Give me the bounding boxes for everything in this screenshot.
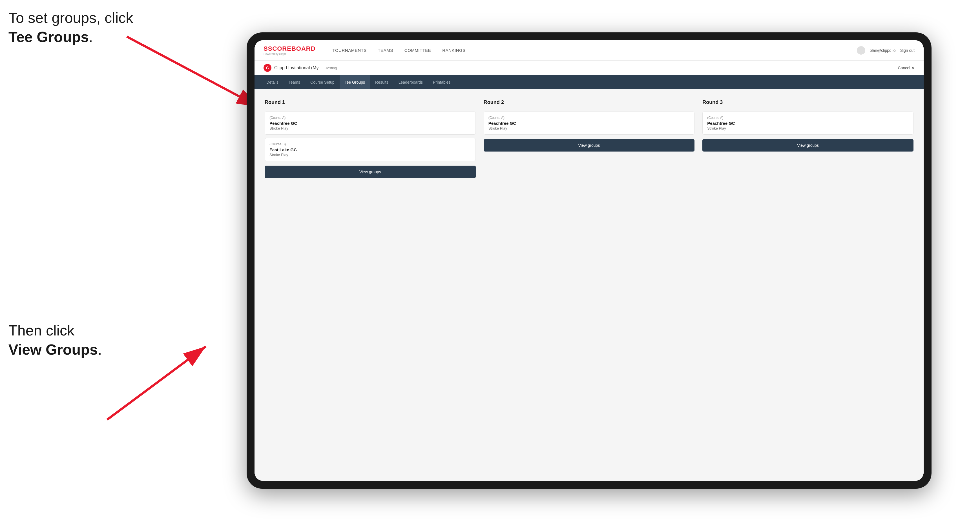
round-1-course-b-card: (Course B) East Lake GC Stroke Play [265, 138, 476, 161]
nav-rankings[interactable]: RANKINGS [437, 46, 471, 55]
user-email: blair@clippd.io [870, 48, 896, 53]
round-3-title: Round 3 [702, 99, 913, 105]
round-1-course-a-label: (Course A) [269, 116, 471, 120]
tab-leaderboards[interactable]: Leaderboards [393, 75, 428, 89]
round-3-course-a-format: Stroke Play [707, 126, 909, 130]
instruction-bottom-line1: Then click [8, 321, 102, 340]
round-2-course-a-name: Peachtree GC [488, 121, 690, 125]
round-2-view-groups-button[interactable]: View groups [484, 139, 695, 152]
round-3-course-a-name: Peachtree GC [707, 121, 909, 125]
tab-bar: Details Teams Course Setup Tee Groups Re… [255, 75, 924, 89]
tab-printables[interactable]: Printables [428, 75, 455, 89]
tablet-device: SSCOREBOARD Powered by clippit TOURNAMEN… [247, 32, 932, 489]
tournament-logo: C [264, 64, 271, 72]
nav-tournaments[interactable]: TOURNAMENTS [327, 46, 372, 55]
round-3-course-a-card: (Course A) Peachtree GC Stroke Play [702, 111, 913, 135]
svg-line-3 [107, 346, 206, 420]
round-3-course-a-label: (Course A) [707, 116, 909, 120]
round-1-course-b-name: East Lake GC [269, 147, 471, 152]
tab-details[interactable]: Details [261, 75, 283, 89]
sign-out-link[interactable]: Sign out [900, 48, 915, 53]
tab-results[interactable]: Results [370, 75, 393, 89]
nav-committee[interactable]: COMMITTEE [399, 46, 437, 55]
top-nav: SSCOREBOARD Powered by clippit TOURNAMEN… [255, 40, 924, 60]
tab-course-setup[interactable]: Course Setup [305, 75, 340, 89]
powered-by: Powered by clippit [264, 52, 316, 56]
nav-right: blair@clippd.io Sign out [857, 46, 915, 55]
round-3-view-groups-button[interactable]: View groups [702, 139, 913, 152]
tournament-name: Clippd Invitational (My... Hosting [274, 65, 898, 70]
cancel-button[interactable]: Cancel ✕ [898, 66, 915, 70]
tab-tee-groups[interactable]: Tee Groups [340, 75, 370, 89]
round-2-title: Round 2 [484, 99, 695, 105]
round-1-column: Round 1 (Course A) Peachtree GC Stroke P… [265, 99, 476, 178]
round-2-course-a-card: (Course A) Peachtree GC Stroke Play [484, 111, 695, 135]
round-2-column: Round 2 (Course A) Peachtree GC Stroke P… [484, 99, 695, 178]
nav-links: TOURNAMENTS TEAMS COMMITTEE RANKINGS [327, 46, 857, 55]
nav-teams[interactable]: TEAMS [372, 46, 399, 55]
round-3-column: Round 3 (Course A) Peachtree GC Stroke P… [702, 99, 913, 178]
round-1-course-a-card: (Course A) Peachtree GC Stroke Play [265, 111, 476, 135]
round-1-course-b-label: (Course B) [269, 142, 471, 146]
tablet-screen: SSCOREBOARD Powered by clippit TOURNAMEN… [255, 40, 924, 481]
round-1-view-groups-button[interactable]: View groups [265, 166, 476, 178]
user-avatar [857, 46, 865, 55]
rounds-grid: Round 1 (Course A) Peachtree GC Stroke P… [265, 99, 913, 178]
logo-area: SSCOREBOARD Powered by clippit [264, 45, 316, 56]
arrow-view-groups [84, 338, 226, 428]
round-1-title: Round 1 [265, 99, 476, 105]
svg-line-1 [127, 37, 259, 107]
round-2-course-a-format: Stroke Play [488, 126, 690, 130]
round-2-course-a-label: (Course A) [488, 116, 690, 120]
round-1-course-a-format: Stroke Play [269, 126, 471, 130]
round-1-course-b-format: Stroke Play [269, 153, 471, 157]
tab-teams[interactable]: Teams [283, 75, 305, 89]
round-1-course-a-name: Peachtree GC [269, 121, 471, 125]
main-content: Round 1 (Course A) Peachtree GC Stroke P… [255, 89, 924, 481]
logo: SSCOREBOARD [264, 45, 316, 52]
sub-header: C Clippd Invitational (My... Hosting Can… [255, 60, 924, 75]
